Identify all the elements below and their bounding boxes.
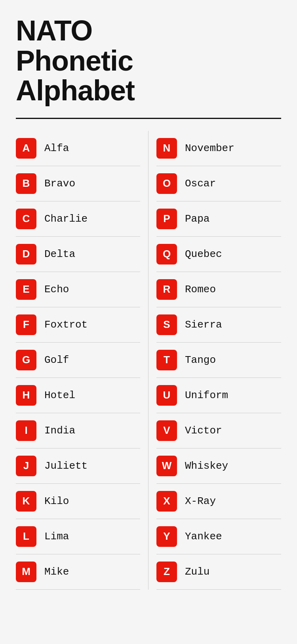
letter-char: J — [23, 460, 29, 472]
alpha-row: OOscar — [156, 166, 281, 201]
letter-badge: F — [16, 314, 36, 335]
alpha-row: EEcho — [16, 272, 140, 307]
letter-char: B — [23, 177, 30, 190]
letter-char: T — [164, 354, 170, 366]
word-label: Lima — [44, 531, 69, 542]
letter-badge: Z — [156, 562, 177, 582]
word-label: Tango — [185, 354, 216, 366]
word-label: Delta — [44, 248, 75, 260]
word-label: Whiskey — [185, 460, 228, 472]
title-divider — [16, 118, 281, 119]
word-label: Zulu — [185, 566, 209, 578]
alpha-row: BBravo — [16, 166, 140, 201]
word-label: Quebec — [185, 248, 222, 260]
letter-char: I — [25, 424, 27, 437]
letter-badge: J — [16, 456, 36, 476]
letter-char: L — [23, 530, 29, 542]
letter-badge: M — [16, 562, 36, 582]
alpha-row: WWhiskey — [156, 448, 281, 484]
letter-char: U — [163, 389, 171, 401]
word-label: Golf — [44, 354, 69, 366]
word-label: Charlie — [44, 213, 88, 225]
letter-badge: U — [156, 385, 177, 406]
letter-char: W — [162, 460, 172, 472]
letter-char: Y — [163, 530, 170, 542]
alpha-row: DDelta — [16, 237, 140, 272]
letter-char: K — [23, 495, 30, 507]
word-label: Victor — [185, 425, 222, 437]
letter-char: O — [163, 177, 171, 190]
left-column: AAlfaBBravoCCharlieDDeltaEEchoFFoxtrotGG… — [16, 131, 148, 590]
letter-badge: S — [156, 314, 177, 335]
alpha-row: LLima — [16, 519, 140, 554]
letter-badge: O — [156, 173, 177, 194]
word-label: Kilo — [44, 495, 69, 507]
alpha-row: NNovember — [156, 131, 281, 166]
alpha-row: GGolf — [16, 343, 140, 378]
letter-badge: Y — [156, 526, 177, 547]
letter-badge: X — [156, 491, 177, 512]
letter-char: C — [23, 213, 30, 225]
word-label: Oscar — [185, 178, 216, 190]
word-label: Juliett — [44, 460, 88, 472]
letter-char: H — [23, 389, 30, 401]
right-column: NNovemberOOscarPPapaQQuebecRRomeoSSierra… — [148, 131, 281, 590]
word-label: Foxtrot — [44, 319, 88, 331]
alpha-row: CCharlie — [16, 201, 140, 237]
alpha-row: XX-Ray — [156, 484, 281, 519]
alpha-row: ZZulu — [156, 554, 281, 590]
letter-badge: K — [16, 491, 36, 512]
letter-badge: V — [156, 420, 177, 441]
alpha-row: FFoxtrot — [16, 307, 140, 343]
letter-badge: N — [156, 138, 177, 159]
word-label: India — [44, 425, 75, 437]
letter-badge: Q — [156, 244, 177, 264]
alpha-row: IIndia — [16, 413, 140, 448]
word-label: Alfa — [44, 142, 69, 154]
word-label: Echo — [44, 284, 69, 295]
word-label: Uniform — [185, 389, 228, 401]
letter-char: G — [22, 354, 30, 366]
alpha-row: QQuebec — [156, 237, 281, 272]
alpha-row: HHotel — [16, 378, 140, 413]
alpha-row: UUniform — [156, 378, 281, 413]
word-label: Papa — [185, 213, 209, 225]
letter-badge: G — [16, 350, 36, 370]
letter-badge: C — [16, 209, 36, 229]
letter-char: V — [163, 424, 170, 437]
letter-char: Z — [164, 565, 170, 578]
letter-char: E — [23, 283, 29, 295]
word-label: Bravo — [44, 178, 75, 190]
alpha-row: MMike — [16, 554, 140, 590]
letter-badge: H — [16, 385, 36, 406]
alpha-row: KKilo — [16, 484, 140, 519]
alpha-row: JJuliett — [16, 448, 140, 484]
alpha-row: VVictor — [156, 413, 281, 448]
letter-badge: I — [16, 420, 36, 441]
letter-char: F — [23, 318, 29, 331]
word-label: Romeo — [185, 284, 216, 295]
letter-char: N — [163, 142, 171, 154]
letter-badge: A — [16, 138, 36, 159]
word-label: Yankee — [185, 531, 222, 542]
letter-badge: T — [156, 350, 177, 370]
alphabet-grid: AAlfaBBravoCCharlieDDeltaEEchoFFoxtrotGG… — [16, 131, 281, 590]
letter-char: P — [163, 213, 170, 225]
word-label: Sierra — [185, 319, 222, 331]
word-label: Hotel — [44, 389, 75, 401]
letter-char: X — [163, 495, 170, 507]
page-title: NATOPhoneticAlphabet — [16, 16, 281, 106]
alpha-row: TTango — [156, 343, 281, 378]
letter-badge: P — [156, 209, 177, 229]
alpha-row: SSierra — [156, 307, 281, 343]
letter-badge: B — [16, 173, 36, 194]
letter-badge: R — [156, 279, 177, 300]
letter-badge: E — [16, 279, 36, 300]
word-label: Mike — [44, 566, 69, 578]
alpha-row: PPapa — [156, 201, 281, 237]
letter-char: M — [22, 565, 30, 578]
letter-badge: L — [16, 526, 36, 547]
letter-badge: D — [16, 244, 36, 264]
alpha-row: AAlfa — [16, 131, 140, 166]
letter-char: A — [23, 142, 30, 154]
